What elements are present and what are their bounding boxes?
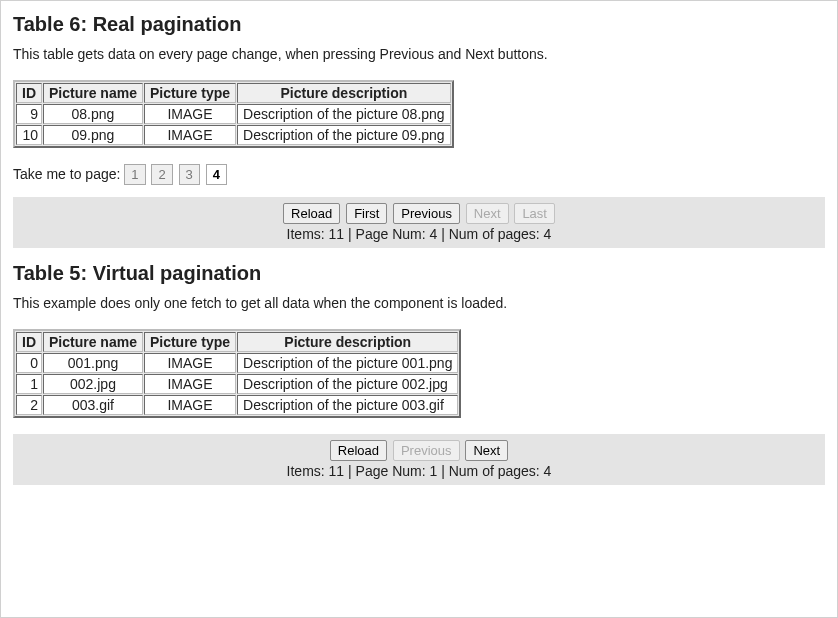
- section1-footer: Reload First Previous Next Last Items: 1…: [13, 197, 825, 248]
- section1-table: ID Picture name Picture type Picture des…: [13, 80, 454, 148]
- cell-desc: Description of the picture 09.png: [237, 125, 451, 145]
- section1-status: Items: 11 | Page Num: 4 | Num of pages: …: [13, 226, 825, 242]
- cell-id: 1: [16, 374, 42, 394]
- cell-id: 2: [16, 395, 42, 415]
- page-number-1[interactable]: 1: [124, 164, 145, 185]
- reload-button[interactable]: Reload: [283, 203, 340, 224]
- section2-heading: Table 5: Virtual pagination: [13, 262, 825, 285]
- next-button: Next: [466, 203, 509, 224]
- cell-name: 09.png: [43, 125, 143, 145]
- section2-table: ID Picture name Picture type Picture des…: [13, 329, 461, 418]
- cell-id: 9: [16, 104, 42, 124]
- cell-name: 08.png: [43, 104, 143, 124]
- cell-name: 002.jpg: [43, 374, 143, 394]
- previous-button: Previous: [393, 440, 460, 461]
- section2-footer: Reload Previous Next Items: 11 | Page Nu…: [13, 434, 825, 485]
- cell-type: IMAGE: [144, 125, 236, 145]
- cell-id: 10: [16, 125, 42, 145]
- cell-desc: Description of the picture 002.jpg: [237, 374, 458, 394]
- table-row: 10 09.png IMAGE Description of the pictu…: [16, 125, 451, 145]
- page-number-3[interactable]: 3: [179, 164, 200, 185]
- first-button[interactable]: First: [346, 203, 387, 224]
- section1-pager: Take me to page: 1 2 3 4: [13, 164, 825, 185]
- page-number-2[interactable]: 2: [151, 164, 172, 185]
- cell-desc: Description of the picture 001.png: [237, 353, 458, 373]
- col-name: Picture name: [43, 83, 143, 103]
- cell-desc: Description of the picture 08.png: [237, 104, 451, 124]
- section1-heading: Table 6: Real pagination: [13, 13, 825, 36]
- cell-type: IMAGE: [144, 104, 236, 124]
- col-desc: Picture description: [237, 332, 458, 352]
- cell-id: 0: [16, 353, 42, 373]
- pager-label: Take me to page:: [13, 166, 120, 182]
- col-name: Picture name: [43, 332, 143, 352]
- page-number-4[interactable]: 4: [206, 164, 227, 185]
- col-id: ID: [16, 83, 42, 103]
- col-id: ID: [16, 332, 42, 352]
- table-row: 1 002.jpg IMAGE Description of the pictu…: [16, 374, 458, 394]
- cell-type: IMAGE: [144, 353, 236, 373]
- section1-description: This table gets data on every page chang…: [13, 46, 825, 62]
- last-button: Last: [514, 203, 555, 224]
- section2-status: Items: 11 | Page Num: 1 | Num of pages: …: [13, 463, 825, 479]
- cell-name: 003.gif: [43, 395, 143, 415]
- cell-type: IMAGE: [144, 395, 236, 415]
- section2-description: This example does only one fetch to get …: [13, 295, 825, 311]
- table-row: 9 08.png IMAGE Description of the pictur…: [16, 104, 451, 124]
- cell-name: 001.png: [43, 353, 143, 373]
- cell-desc: Description of the picture 003.gif: [237, 395, 458, 415]
- cell-type: IMAGE: [144, 374, 236, 394]
- col-desc: Picture description: [237, 83, 451, 103]
- next-button[interactable]: Next: [465, 440, 508, 461]
- table-row: 2 003.gif IMAGE Description of the pictu…: [16, 395, 458, 415]
- table-row: 0 001.png IMAGE Description of the pictu…: [16, 353, 458, 373]
- reload-button[interactable]: Reload: [330, 440, 387, 461]
- previous-button[interactable]: Previous: [393, 203, 460, 224]
- col-type: Picture type: [144, 332, 236, 352]
- col-type: Picture type: [144, 83, 236, 103]
